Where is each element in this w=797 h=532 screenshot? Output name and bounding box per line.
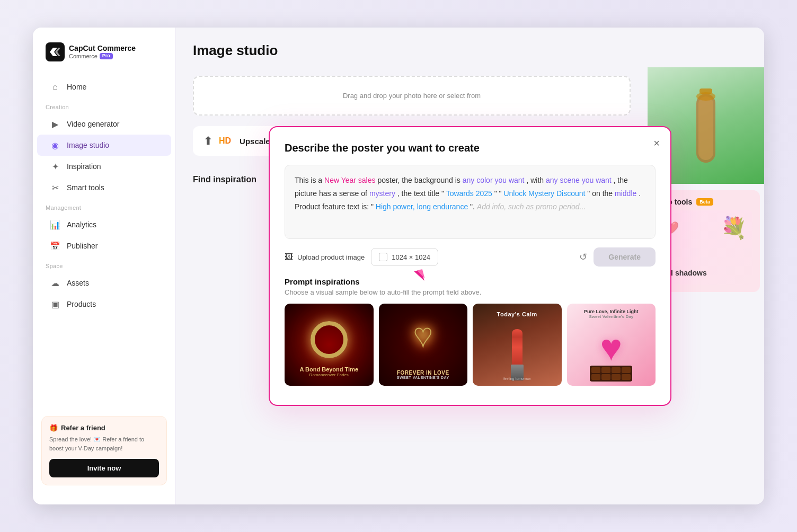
modal-close-button[interactable]: × bbox=[653, 138, 660, 148]
pink-heart-graphic: ♥ bbox=[600, 326, 622, 369]
logo-sub: Commerce Pro bbox=[69, 53, 136, 59]
chocolate-box-graphic bbox=[590, 366, 632, 382]
management-section-label: Management bbox=[33, 198, 175, 214]
sidebar-item-inspiration[interactable]: ✦ Inspiration bbox=[37, 156, 171, 177]
size-selector[interactable]: 1024 × 1024 bbox=[371, 248, 438, 266]
ring-graphic bbox=[311, 321, 348, 358]
sidebar-item-publisher[interactable]: 📅 Publisher bbox=[37, 235, 171, 256]
sidebar: CapCut Commerce Commerce Pro ⌂ Home Crea… bbox=[33, 28, 176, 504]
invite-now-button[interactable]: Invite now bbox=[49, 459, 159, 477]
sidebar-item-home[interactable]: ⌂ Home bbox=[37, 76, 171, 97]
bond-subtitle: Romanceover Fades bbox=[285, 373, 374, 377]
insp-2-text: FOREVER IN LOVE SWEET VALENTINE'S DAY bbox=[379, 370, 468, 379]
modal-overlay: Describe the poster you want to create ×… bbox=[176, 28, 764, 504]
prompt-middle: middle bbox=[615, 189, 636, 198]
prompt-mystery: mystery bbox=[369, 189, 395, 198]
sidebar-item-image-studio[interactable]: ◉ Image studio bbox=[37, 135, 171, 156]
analytics-icon: 📊 bbox=[50, 219, 60, 230]
prompt-inspirations-desc: Choose a visual sample below to auto-fil… bbox=[285, 288, 656, 296]
sidebar-item-video-label: Video generator bbox=[67, 120, 119, 128]
pure-love-title: Pure Love, Infinite Light bbox=[567, 309, 656, 314]
app-window: CapCut Commerce Commerce Pro ⌂ Home Crea… bbox=[33, 28, 764, 504]
prompt-text6: " " bbox=[494, 189, 504, 198]
size-checkbox-icon bbox=[379, 253, 387, 261]
prompt-text5: , the text title " bbox=[397, 189, 446, 198]
prompt-inspirations-section: Prompt inspirations Choose a visual samp… bbox=[285, 277, 656, 386]
prompt-prefix: This is a bbox=[295, 176, 324, 184]
generate-button[interactable]: Generate bbox=[594, 247, 656, 267]
prompt-feature: High power, long endurance bbox=[376, 202, 468, 211]
prompt-any-color: any color you want bbox=[463, 176, 525, 184]
prompt-text2: poster, the background is bbox=[377, 176, 462, 184]
logo-text: CapCut Commerce Commerce Pro bbox=[69, 45, 136, 59]
sidebar-item-inspiration-label: Inspiration bbox=[67, 162, 101, 171]
sidebar-item-smart-tools[interactable]: ✂ Smart tools bbox=[37, 177, 171, 198]
insp-4-title: Pure Love, Infinite Light Sweet Valentin… bbox=[567, 309, 656, 319]
lipstick-graphic bbox=[512, 335, 523, 365]
insp-1-text: A Bond Beyond Time Romanceover Fades bbox=[285, 366, 374, 377]
upload-product-icon: 🖼 bbox=[285, 252, 293, 262]
main-content: Image studio Drag and drop your photo he… bbox=[176, 28, 764, 504]
inspiration-card-2[interactable]: ♥ FOREVER IN LOVE SWEET VALENTINE'S DAY bbox=[379, 304, 468, 386]
bond-title: A Bond Beyond Time bbox=[285, 366, 374, 373]
publisher-icon: 📅 bbox=[50, 241, 60, 251]
refer-card: 🎁 Refer a friend Spread the love! 💌 Refe… bbox=[41, 416, 167, 485]
size-label: 1024 × 1024 bbox=[392, 253, 430, 261]
upload-product-button[interactable]: 🖼 Upload product image bbox=[285, 252, 365, 262]
sidebar-item-home-label: Home bbox=[67, 83, 86, 91]
creation-section-label: Creation bbox=[33, 97, 175, 113]
prompt-unlock: Unlock Mystery Discount bbox=[503, 189, 585, 198]
sidebar-item-image-studio-label: Image studio bbox=[67, 141, 109, 149]
modal-toolbar: 🖼 Upload product image 1024 × 1024 ↺ Gen… bbox=[285, 247, 656, 267]
logo-name: CapCut Commerce bbox=[69, 45, 136, 52]
prompt-new-year-sales: New Year sales bbox=[324, 176, 376, 184]
capcut-logo-icon bbox=[46, 42, 65, 61]
video-icon: ▶ bbox=[50, 119, 60, 129]
prompt-text9: ". bbox=[470, 202, 477, 211]
refresh-button[interactable]: ↺ bbox=[579, 251, 587, 263]
refer-emoji: 🎁 bbox=[49, 424, 58, 432]
insp-3-subtitle: feeling tomorrow bbox=[473, 377, 562, 380]
sidebar-bottom: 🎁 Refer a friend Spread the love! 💌 Refe… bbox=[33, 407, 175, 494]
sidebar-item-assets-label: Assets bbox=[67, 279, 89, 287]
modal-title: Describe the poster you want to create bbox=[285, 142, 656, 154]
home-icon: ⌂ bbox=[50, 82, 60, 92]
inspiration-icon: ✦ bbox=[50, 161, 60, 172]
heart-sparkle-graphic: ♥ bbox=[413, 317, 432, 353]
refer-desc: Spread the love! 💌 Refer a friend to boo… bbox=[49, 435, 159, 453]
products-icon: ▣ bbox=[50, 299, 60, 309]
prompt-area[interactable]: This is a New Year sales poster, the bac… bbox=[285, 165, 656, 239]
pro-badge: Pro bbox=[100, 53, 113, 59]
insp-3-bg: Today's Calm feeling tomorrow bbox=[473, 304, 562, 386]
sidebar-item-publisher-label: Publisher bbox=[67, 242, 98, 250]
inspiration-card-3[interactable]: Today's Calm feeling tomorrow bbox=[473, 304, 562, 386]
inspiration-card-1[interactable]: A Bond Beyond Time Romanceover Fades bbox=[285, 304, 374, 386]
prompt-text7: " on the bbox=[587, 189, 615, 198]
prompt-placeholder: Add info, such as promo period... bbox=[477, 202, 586, 211]
prompt-any-scene: any scene you want bbox=[546, 176, 612, 184]
sidebar-item-products-label: Products bbox=[67, 300, 96, 308]
image-studio-icon: ◉ bbox=[50, 140, 60, 150]
sidebar-item-assets[interactable]: ☁ Assets bbox=[37, 272, 171, 294]
prompt-towards: Towards 2025 bbox=[446, 189, 492, 198]
inspiration-grid: A Bond Beyond Time Romanceover Fades ♥ bbox=[285, 304, 656, 386]
smart-tools-icon: ✂ bbox=[50, 182, 60, 193]
assets-icon: ☁ bbox=[50, 278, 60, 288]
refer-title: 🎁 Refer a friend bbox=[49, 424, 159, 432]
prompt-text: This is a New Year sales poster, the bac… bbox=[295, 174, 645, 214]
prompt-inspirations-title: Prompt inspirations bbox=[285, 277, 656, 286]
insp-2-bg: ♥ FOREVER IN LOVE SWEET VALENTINE'S DAY bbox=[379, 304, 468, 386]
sidebar-item-analytics-label: Analytics bbox=[67, 220, 96, 229]
insp-3-title: Today's Calm bbox=[473, 311, 562, 317]
forever-title: FOREVER IN LOVE bbox=[379, 370, 468, 376]
insp-1-bg: A Bond Beyond Time Romanceover Fades bbox=[285, 304, 374, 386]
sidebar-item-video-generator[interactable]: ▶ Video generator bbox=[37, 113, 171, 135]
forever-subtitle: SWEET VALENTINE'S DAY bbox=[379, 376, 468, 379]
sidebar-item-smart-tools-label: Smart tools bbox=[67, 183, 104, 192]
space-section-label: Space bbox=[33, 256, 175, 272]
prompt-text3: , with bbox=[526, 176, 546, 184]
inspiration-card-4[interactable]: Pure Love, Infinite Light Sweet Valentin… bbox=[567, 304, 656, 386]
sidebar-item-analytics[interactable]: 📊 Analytics bbox=[37, 214, 171, 235]
pure-love-subtitle: Sweet Valentine's Day bbox=[567, 314, 656, 319]
sidebar-item-products[interactable]: ▣ Products bbox=[37, 294, 171, 315]
